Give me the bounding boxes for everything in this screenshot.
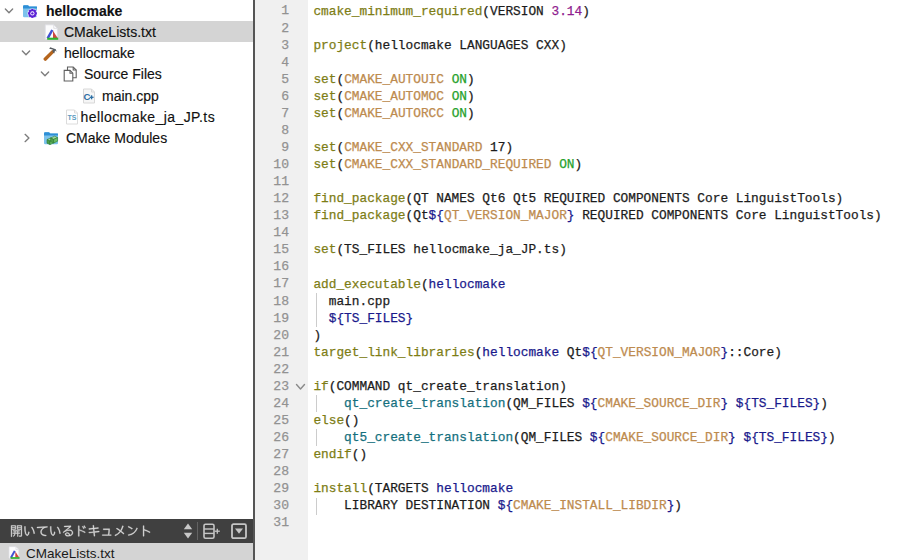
svg-text:C: C [84, 91, 91, 102]
svg-text:TS: TS [67, 114, 76, 121]
